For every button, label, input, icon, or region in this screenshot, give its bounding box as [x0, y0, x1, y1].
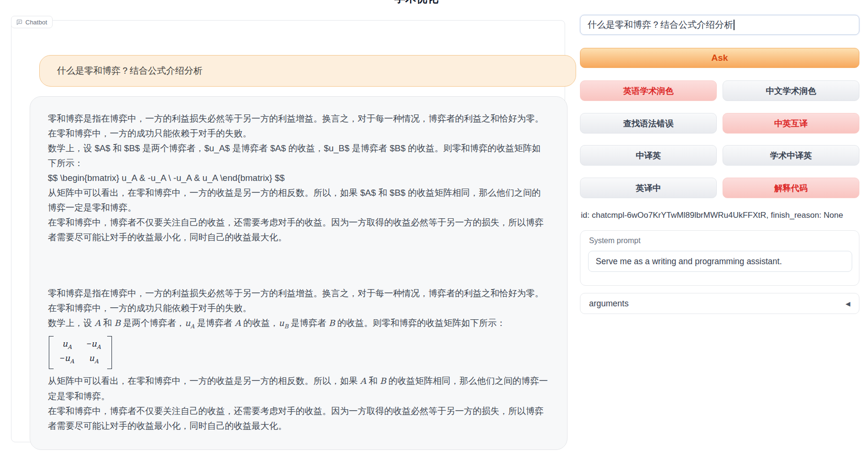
button-label: 中英互译	[774, 118, 808, 129]
chat-bubble-icon	[16, 19, 22, 25]
quick-button-en-to-zh[interactable]: 英译中	[580, 178, 717, 198]
matrix-left-bracket	[49, 336, 54, 369]
bot-paragraph: 在零和博弈中，博弈者不仅要关注自己的收益，还需要考虑对手的收益。因为一方取得的收…	[48, 215, 549, 245]
button-label: 查找语法错误	[623, 118, 674, 129]
user-message-text: 什么是零和博弈？结合公式介绍分析	[57, 65, 202, 77]
app-root: 学术优化 什么是零和博弈？结合公式介绍分析 零和博弈是指在博弈中，一方的利益损失…	[0, 0, 868, 460]
chat-message-bot: 零和博弈是指在博弈中，一方的利益损失必然等于另一方的利益增益。换言之，对于每一种…	[30, 96, 568, 450]
quick-button-find-grammar-errors[interactable]: 查找语法错误	[580, 113, 717, 134]
bot-answer-raw: 零和博弈是指在博弈中，一方的利益损失必然等于另一方的利益增益。换言之，对于每一种…	[48, 111, 549, 245]
bot-latex-source: $$ \begin{bmatrix} u_A & -u_A \ -u_A & u…	[48, 170, 549, 185]
quick-button-academic-zh-to-en[interactable]: 学术中译英	[723, 145, 859, 166]
quick-button-explain-code[interactable]: 解释代码	[723, 178, 859, 198]
button-label: 解释代码	[774, 182, 808, 194]
arguments-accordion-label: arguments	[589, 299, 629, 309]
button-label: 英译中	[636, 182, 661, 194]
system-prompt-input[interactable]: Serve me as a writing and programming as…	[588, 251, 852, 272]
quick-button-zh-academic-polish[interactable]: 中文学术润色	[723, 80, 859, 101]
quick-button-zh-en-mutual-translate[interactable]: 中英互译	[723, 113, 859, 134]
bot-paragraph-math: 从矩阵中可以看出，在零和博弈中，一方的收益是另一方的相反数。所以，如果 A 和 …	[48, 373, 549, 404]
bot-paragraph: 零和博弈是指在博弈中，一方的利益损失必然等于另一方的利益增益。换言之，对于每一种…	[48, 111, 549, 141]
button-label: 英语学术润色	[623, 85, 674, 97]
bot-answer-rendered: 零和博弈是指在博弈中，一方的利益损失必然等于另一方的利益增益。换言之，对于每一种…	[48, 286, 549, 433]
chat-message-user: 什么是零和博弈？结合公式介绍分析	[39, 55, 576, 87]
button-label: 中译英	[636, 150, 661, 161]
text-caret	[734, 20, 734, 30]
bot-paragraph: 在零和博弈中，博弈者不仅要关注自己的收益，还需要考虑对手的收益。因为一方取得的收…	[48, 404, 549, 433]
chatbot-panel: 什么是零和博弈？结合公式介绍分析 零和博弈是指在博弈中，一方的利益损失必然等于另…	[11, 20, 565, 442]
system-prompt-value: Serve me as a writing and programming as…	[596, 257, 782, 267]
arguments-accordion-header[interactable]: arguments ◀	[580, 293, 859, 314]
response-status-line: id: chatcmpl-6wOo7KrYTwMl89lbrMWRu4UkFFX…	[581, 211, 843, 220]
page-title-clipped: 学术优化	[394, 0, 438, 4]
system-prompt-group: System prompt Serve me as a writing and …	[580, 230, 859, 286]
ask-button[interactable]: Ask	[580, 48, 859, 68]
matrix-right-bracket	[107, 336, 112, 369]
payoff-matrix: uA−uA−uAuA	[49, 336, 112, 369]
chatbot-label: Chatbot	[11, 16, 53, 28]
ask-button-label: Ask	[712, 53, 728, 63]
bot-paragraph: 从矩阵中可以看出，在零和博弈中，一方的收益是另一方的相反数。所以，如果 $A$ …	[48, 185, 549, 215]
bot-paragraph-math: 数学上，设 A 和 B 是两个博弈者，uA 是博弈者 A 的收益，uB 是博弈者…	[48, 315, 549, 334]
button-label: 学术中译英	[770, 150, 812, 161]
quick-button-zh-to-en[interactable]: 中译英	[580, 145, 717, 166]
button-label: 中文学术润色	[766, 85, 816, 97]
bot-paragraph: 数学上，设 $A$ 和 $B$ 是两个博弈者，$u_A$ 是博弈者 $A$ 的收…	[48, 141, 549, 170]
system-prompt-label: System prompt	[589, 236, 641, 245]
matrix-cells: uA−uA−uAuA	[54, 336, 107, 369]
question-input-value: 什么是零和博弈？结合公式介绍分析	[588, 19, 733, 31]
accordion-collapsed-icon: ◀	[846, 300, 850, 307]
question-input[interactable]: 什么是零和博弈？结合公式介绍分析	[580, 15, 859, 35]
quick-button-en-academic-polish[interactable]: 英语学术润色	[580, 80, 717, 101]
bot-paragraph: 零和博弈是指在博弈中，一方的利益损失必然等于另一方的利益增益。换言之，对于每一种…	[48, 286, 549, 315]
chatbot-label-text: Chatbot	[25, 19, 47, 26]
